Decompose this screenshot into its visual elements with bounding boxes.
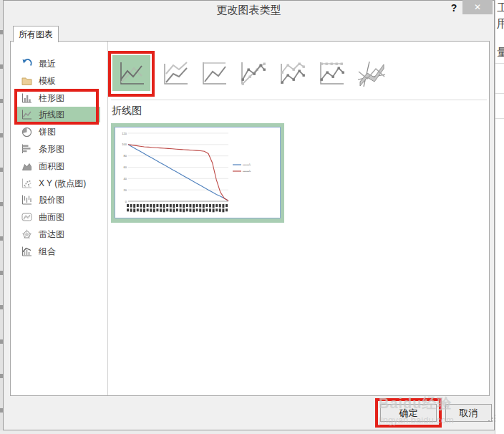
preview-line-chart: 020406080100120▪▪▪▪▪▪▪▪/▪▪▪▪▪▪▪▪▪/▪: [115, 127, 280, 218]
svg-text:0: 0: [125, 200, 127, 203]
sidebar-item-column[interactable]: 柱形图: [16, 90, 100, 106]
sidebar-item-label: 面积图: [39, 160, 64, 173]
sidebar-item-area[interactable]: 面积图: [16, 158, 100, 174]
subtype-line-icon[interactable]: [112, 55, 150, 91]
sidebar-item-label: 条形图: [39, 143, 64, 155]
svg-text:120: 120: [122, 132, 127, 135]
screen: 工 用 量 更改图表类型 ? ✕ 所有图表 最近 模板 柱形图 折线图 饼图 条…: [0, 0, 504, 434]
stacked-line-icon: [160, 57, 191, 89]
tab-label: 所有图表: [19, 29, 53, 41]
help-button[interactable]: ?: [448, 2, 460, 14]
background-text-fragment: 量: [497, 46, 504, 59]
background-divider: [495, 118, 504, 119]
background-text-fragment: 工: [497, 1, 504, 15]
sidebar-item-stock[interactable]: 股价图: [16, 192, 100, 208]
sidebar-item-scatter[interactable]: X Y (散点图): [16, 175, 100, 191]
sidebar-item-label: 雷达图: [39, 228, 64, 241]
sidebar-item-combo[interactable]: 组合: [16, 243, 100, 259]
area-chart-icon: [21, 160, 33, 172]
bar-chart-icon: [21, 143, 33, 155]
svg-text:▪▪▪▪▪▪▪▪/▪: ▪▪▪▪▪▪▪▪/▪: [243, 163, 251, 166]
tab-all-charts[interactable]: 所有图表: [13, 26, 59, 42]
pie-chart-icon: [21, 126, 33, 138]
stock-chart-icon: [21, 194, 33, 206]
close-button[interactable]: ✕: [462, 0, 493, 14]
svg-text:40: 40: [124, 177, 127, 180]
background-right-strip: 工 用 量: [495, 0, 504, 434]
svg-text:▪▪▪▪▪▪▪▪/▪: ▪▪▪▪▪▪▪▪/▪: [243, 170, 251, 173]
three-d-line-icon: [354, 57, 389, 89]
resize-grip[interactable]: [488, 420, 490, 422]
svg-text:80: 80: [124, 154, 127, 158]
sidebar-item-bar[interactable]: 条形图: [16, 141, 100, 157]
sidebar-item-label: 饼图: [39, 126, 56, 138]
sidebar-item-label: 组合: [39, 246, 56, 258]
template-folder-icon: [21, 75, 33, 87]
chart-preview[interactable]: 020406080100120▪▪▪▪▪▪▪▪/▪▪▪▪▪▪▪▪▪/▪: [115, 127, 281, 218]
subtype-stacked-line-with-markers-icon[interactable]: [276, 57, 309, 89]
background-bottom-strip: [0, 430, 504, 434]
sidebar-item-label: 股价图: [39, 194, 64, 206]
sidebar-divider: [107, 42, 108, 395]
line-chart-icon: [21, 109, 33, 120]
background-divider: [495, 63, 504, 64]
dialog-title: 更改图表类型: [3, 4, 495, 17]
svg-text:60: 60: [124, 165, 127, 169]
recent-icon: [21, 58, 33, 69]
scatter-chart-icon: [21, 178, 33, 189]
subtype-3d-line-icon[interactable]: [354, 57, 389, 89]
subtype-heading: 折线图: [112, 105, 142, 117]
svg-text:100: 100: [122, 143, 127, 146]
combo-chart-icon: [21, 246, 33, 257]
subtype-line-with-markers-icon[interactable]: [236, 57, 269, 89]
stacked-line-with-markers-icon: [276, 57, 308, 89]
line-with-markers-icon: [237, 57, 268, 89]
sidebar-item-line[interactable]: 折线图: [16, 107, 100, 122]
sidebar-item-label: 曲面图: [39, 211, 64, 223]
hundred-percent-stacked-line-with-markers-icon: [316, 57, 347, 89]
sidebar-item-label: X Y (散点图): [39, 178, 86, 190]
sidebar-item-label: 折线图: [39, 109, 64, 121]
subtype-row-divider: [111, 100, 487, 100]
sidebar-item-surface[interactable]: 曲面图: [16, 209, 100, 225]
surface-chart-icon: [21, 211, 33, 223]
sidebar-item-label: 柱形图: [39, 92, 64, 105]
sidebar-item-label: 最近: [39, 58, 56, 70]
subtype-100-stacked-line-icon[interactable]: [198, 57, 231, 89]
radar-chart-icon: [21, 228, 33, 240]
sidebar-item-templates[interactable]: 模板: [16, 73, 100, 89]
sidebar-item-recent[interactable]: 最近: [16, 56, 100, 72]
cancel-button[interactable]: 取消: [445, 404, 492, 422]
svg-text:20: 20: [124, 188, 127, 192]
ok-button[interactable]: 确定: [380, 404, 437, 422]
hundred-percent-stacked-line-icon: [198, 57, 230, 89]
column-chart-icon: [21, 92, 33, 104]
line-chart-icon: [116, 57, 147, 89]
close-icon: ✕: [474, 2, 481, 12]
background-text-fragment: 用: [497, 17, 504, 31]
sidebar-item-radar[interactable]: 雷达图: [16, 226, 100, 242]
background-divider: [495, 93, 504, 94]
sidebar-item-label: 模板: [39, 75, 56, 87]
subtype-stacked-line-icon[interactable]: [159, 57, 192, 89]
subtype-100-stacked-line-with-markers-icon[interactable]: [315, 57, 348, 89]
sidebar-item-pie[interactable]: 饼图: [16, 124, 100, 140]
